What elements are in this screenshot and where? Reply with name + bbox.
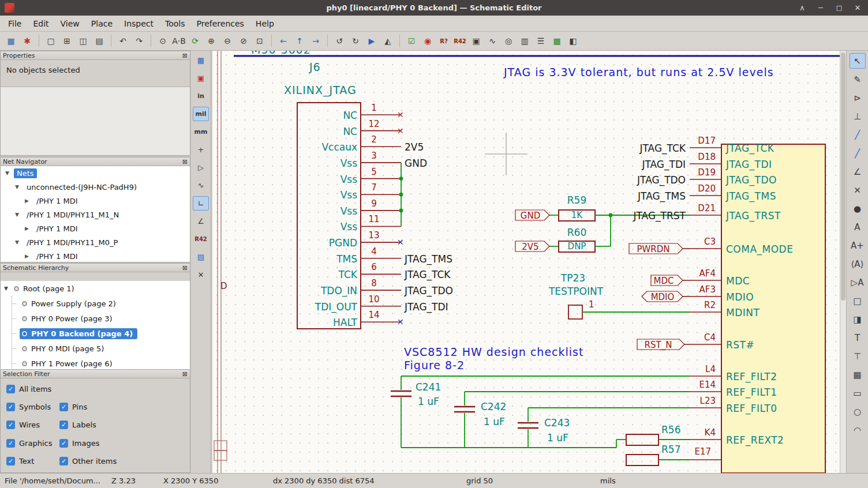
c243-value[interactable]: 1 uF [547,433,568,443]
j6-pin-row[interactable]: Vss 7 [297,183,517,200]
filter-checkbox-row[interactable]: Labels [59,418,182,431]
checkbox-icon[interactable] [6,385,15,393]
canvas-vertical-scrollbar[interactable] [840,51,846,473]
cursor-shape-icon[interactable]: + [193,142,209,157]
menu-item[interactable]: View [55,17,85,31]
u-phy-pin-row[interactable]: L23 REF_FILT0 [611,397,841,413]
j6-pin-row[interactable]: Vss 5 [297,168,517,184]
checkbox-icon[interactable] [6,457,15,466]
rectangle-tool[interactable]: ▭ [850,385,866,401]
textbox-tool[interactable]: ⊤ [850,348,866,364]
titlebar[interactable]: phy0 [linecard/PHY 0 Backend] — Schemati… [0,0,868,16]
properties-panel-icon[interactable]: ▤ [193,250,209,264]
find-replace-icon[interactable]: A·B [171,33,186,48]
u-phy-pin-row[interactable]: JTAG_TDI D18 JTAG_TDI [611,153,841,169]
filter-checkbox-row[interactable]: Graphics [6,437,59,450]
separator[interactable] [39,35,39,47]
filter-checkbox-row[interactable]: Images [59,437,182,450]
menu-item[interactable]: Inspect [118,17,159,31]
nav-back-icon[interactable]: ← [276,33,291,48]
close-icon[interactable]: ⊠ [182,264,188,272]
scrollbar-thumb[interactable] [841,52,845,301]
close-icon[interactable]: ⊠ [182,370,188,378]
u-phy-pin-row[interactable]: AF3 MDIO [611,286,841,302]
j6-pin-row[interactable]: HALT 14 ✕ [297,311,517,327]
checkbox-icon[interactable] [59,457,68,466]
arc-tool[interactable]: ◠ [850,422,866,438]
j6-pin-row[interactable]: Vccaux 2 2V5 [297,136,517,152]
sheet-pin-tool[interactable]: ◨ [850,311,866,327]
checkbox-icon[interactable] [59,403,68,411]
separator[interactable] [399,35,400,47]
hierarchical-label-tool[interactable]: ▷A [850,275,866,290]
zoom-out-icon[interactable]: ⊖ [220,33,235,48]
zoom-fit-icon[interactable]: ⊘ [236,33,251,48]
expander-icon[interactable]: ▶ [25,226,33,231]
bus-tool[interactable]: ╱ [850,145,866,161]
close-icon[interactable]: ⊠ [182,52,188,59]
hier-label-mdc[interactable]: MDC [651,276,676,286]
checkbox-icon[interactable] [6,403,15,411]
mirror-icon[interactable]: ◭ [380,33,395,48]
close-button[interactable]: ✕ [853,3,862,12]
edit-symbol-fields-icon[interactable]: R? [436,33,451,48]
net-tree-item[interactable]: ▶ /PHY 1 MDI [1,222,190,235]
net-tree-item[interactable]: ▼ /PHY 1 MDI/PHY11_M1_N [1,208,190,222]
menu-item[interactable]: File [2,17,27,31]
save-icon[interactable]: ▦ [3,33,18,48]
place-symbol-tool[interactable]: ⊳ [850,90,866,106]
expander-icon[interactable]: ▼ [15,184,24,190]
annotate-icon[interactable]: ✱ [20,33,35,48]
filter-checkbox-row[interactable]: Symbols [6,400,59,414]
shade-button[interactable]: ∧ [798,3,807,12]
hier-label-rst-n[interactable]: RST_N [638,340,678,350]
sheet-tool[interactable]: □ [850,293,866,309]
tp23-reference[interactable]: TP23 [556,273,590,283]
bug-search-icon[interactable]: ◉ [420,33,435,48]
junction-tool[interactable]: ● [850,201,866,216]
symbol-checker-icon[interactable]: ▣ [469,33,484,48]
units-mils-button[interactable]: mil [193,107,209,121]
any-angle-wires-icon[interactable]: ∠ [193,214,209,228]
maximize-button[interactable]: ◻ [835,3,844,12]
c241-reference[interactable]: C241 [416,382,441,392]
hier-label-mdio[interactable]: MDIO [648,292,677,302]
grid-settings-icon[interactable]: ▦ [193,53,209,67]
wire-tool[interactable]: ╱ [850,127,866,142]
u-phy-pin-row[interactable]: JTAG_TRST D21 JTAG_TRST [611,204,841,220]
minimize-button[interactable]: ─ [816,3,825,12]
panel-settings-icon[interactable]: ◧ [566,33,581,48]
menu-item[interactable]: Help [250,17,280,31]
expander-icon[interactable]: ▼ [5,170,14,176]
library-tools-icon[interactable]: ✕ [193,268,209,282]
units-mm-button[interactable]: mm [193,125,209,139]
checkbox-icon[interactable] [6,421,15,429]
j6-pin-row[interactable]: Vss 3 GND [297,152,517,168]
net-class-tool[interactable]: A+ [850,238,866,253]
net-tree-item[interactable]: ▶ /PHY 1 MDI [1,194,190,208]
j6-pin-row[interactable]: NC 12 ✕ [297,120,517,136]
tp23-value[interactable]: TESTPOINT [544,286,608,296]
erc-navigator-icon[interactable]: ∿ [193,178,209,193]
hidden-pins-icon[interactable]: ▷ [193,160,209,175]
j6-pin-row[interactable]: Vss 9 [297,200,517,216]
u-phy-pin-row[interactable]: R2 MDINT [611,301,841,317]
units-inches-button[interactable]: in [193,89,209,103]
bom-icon[interactable]: ☰ [533,33,548,48]
separator[interactable] [111,35,111,47]
run-simulation-icon[interactable]: ▶ [364,33,379,48]
vsc-note-line1[interactable]: VSC8512 HW design checklist [404,346,583,358]
c242-value[interactable]: 1 uF [484,416,505,427]
text-tool[interactable]: T [850,330,866,346]
net-tree-item[interactable]: ▼ unconnected-(J9H-NC-PadH9) [1,180,190,194]
highlight-net-tool[interactable]: ✎ [850,72,866,87]
checkbox-icon[interactable] [59,421,68,429]
paste-icon[interactable]: ▤ [92,33,107,48]
circle-tool[interactable]: ○ [850,404,866,419]
j6-pin-row[interactable]: Vss 11 [297,215,517,231]
bus-entry-tool[interactable]: ∠ [850,164,866,179]
r60-value[interactable]: DNP [559,242,595,251]
u-phy-pin-row[interactable]: AF4 MDC [611,269,841,286]
filter-checkbox-row[interactable]: Wires [6,418,59,431]
separator[interactable] [327,35,328,47]
